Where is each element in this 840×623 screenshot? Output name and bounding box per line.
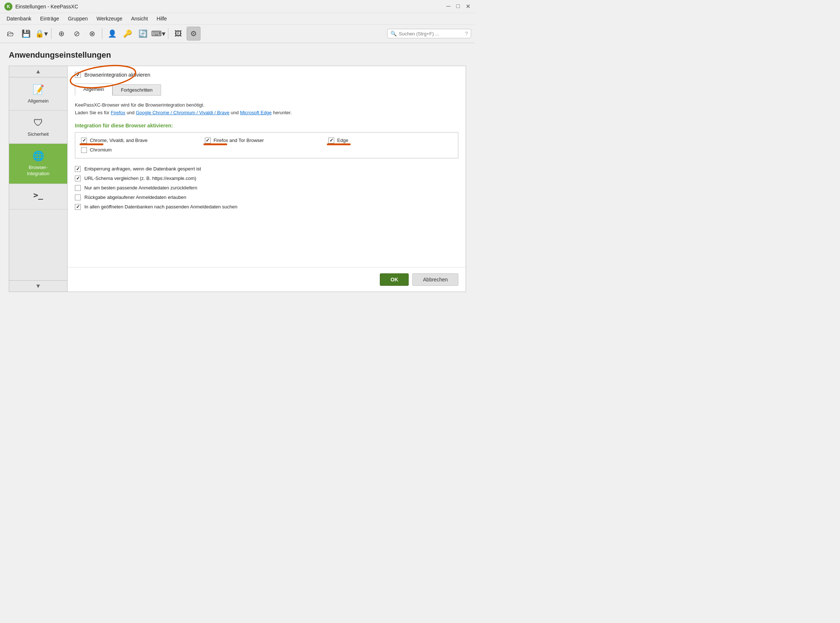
firefox-link[interactable]: Firefox bbox=[111, 110, 125, 115]
titlebar-controls[interactable]: ─ □ ✕ bbox=[446, 3, 471, 10]
sidebar-item-browser-integration[interactable]: 🌐 Browser-Integration bbox=[9, 144, 67, 184]
sidebar-scroll-up[interactable]: ▲ bbox=[9, 66, 67, 77]
search-icon: 🔍 bbox=[391, 31, 397, 37]
close-button[interactable]: ✕ bbox=[466, 3, 471, 10]
content-panel: Browserintegration aktivieren Allgemein … bbox=[68, 66, 466, 267]
option-label-0: Entsperrung anfragen, wenn die Datenbank… bbox=[85, 166, 201, 172]
browser-box: Chrome, Vivaldi, and Brave Firefox and T… bbox=[75, 132, 458, 158]
toolbar-settings[interactable]: ⚙ bbox=[187, 27, 200, 40]
toolbar-sep-2 bbox=[102, 28, 102, 39]
menu-werkzeuge[interactable]: Werkzeuge bbox=[93, 15, 126, 23]
toolbar-add-entry[interactable]: ⊕ bbox=[54, 27, 68, 40]
option-row-0: Entsperrung anfragen, wenn die Datenbank… bbox=[75, 164, 458, 174]
search-help-icon: ? bbox=[465, 31, 468, 37]
option-checkbox-3[interactable] bbox=[75, 195, 81, 200]
enable-browser-integration-checkbox[interactable] bbox=[75, 72, 81, 78]
toolbar: 🗁 💾 🔒▾ ⊕ ⊘ ⊗ 👤 🔑 🔄 ⌨▾ 🖼 ⚙ 🔍 ? bbox=[0, 25, 475, 43]
browser-integration-icon: 🌐 bbox=[32, 150, 44, 162]
chrome-checkbox[interactable] bbox=[81, 138, 87, 143]
dialog-buttons: OK Abbrechen bbox=[68, 267, 466, 292]
browser-row-chrome: Chrome, Vivaldi, and Brave bbox=[81, 138, 205, 143]
toolbar-delete-entry[interactable]: ⊗ bbox=[85, 27, 99, 40]
svg-rect-1 bbox=[80, 143, 103, 145]
ok-button[interactable]: OK bbox=[380, 273, 409, 286]
chrome-link[interactable]: Google Chrome / Chromium / Vivaldi / Bra… bbox=[136, 110, 229, 115]
titlebar-left: K Einstellungen - KeePassXC bbox=[5, 3, 78, 11]
toolbar-search[interactable]: 🔍 ? bbox=[387, 29, 471, 38]
chromium-checkbox[interactable] bbox=[81, 147, 87, 153]
option-checkbox-1[interactable] bbox=[75, 176, 81, 181]
toolbar-open-db[interactable]: 🗁 bbox=[4, 27, 17, 40]
sidebar-item-allgemein[interactable]: 📝 Allgemein bbox=[9, 77, 67, 110]
app-logo: K bbox=[5, 3, 12, 11]
options-list: Entsperrung anfragen, wenn die Datenbank… bbox=[75, 164, 458, 212]
menu-ansicht[interactable]: Ansicht bbox=[128, 15, 152, 23]
toolbar-lock-db[interactable]: 🔒▾ bbox=[34, 27, 48, 40]
allgemein-icon: 📝 bbox=[32, 84, 44, 95]
toolbar-screenshot[interactable]: 🖼 bbox=[171, 27, 185, 40]
section-label: Integration für diese Browser aktivieren… bbox=[75, 123, 458, 129]
browser-row-edge: Edge bbox=[328, 138, 452, 143]
enable-browser-integration-label: Browserintegration aktivieren bbox=[85, 72, 151, 78]
maximize-button[interactable]: □ bbox=[456, 3, 460, 10]
info-mid1: und bbox=[125, 110, 136, 115]
sidebar-item-allgemein-label: Allgemein bbox=[28, 98, 49, 104]
browser-row-firefox: Firefox and Tor Browser bbox=[205, 138, 329, 143]
svg-rect-2 bbox=[203, 143, 227, 145]
firefox-checkbox[interactable] bbox=[205, 138, 211, 143]
titlebar-title: Einstellungen - KeePassXC bbox=[15, 4, 78, 9]
sidebar-scroll-down[interactable]: ▼ bbox=[9, 280, 67, 292]
option-label-4: In allen geöffneten Datenbanken nach pas… bbox=[85, 204, 237, 210]
menu-gruppen[interactable]: Gruppen bbox=[64, 15, 91, 23]
toolbar-sep-3 bbox=[168, 28, 168, 39]
option-checkbox-2[interactable] bbox=[75, 185, 81, 191]
option-row-2: Nur am besten passende Anmeldedaten zurü… bbox=[75, 183, 458, 193]
sidebar-item-browser-label: Browser-Integration bbox=[27, 164, 49, 177]
option-label-2: Nur am besten passende Anmeldedaten zurü… bbox=[85, 185, 197, 190]
toolbar-keyboard[interactable]: ⌨▾ bbox=[151, 27, 165, 40]
titlebar: K Einstellungen - KeePassXC ─ □ ✕ bbox=[0, 0, 475, 13]
edge-checkbox[interactable] bbox=[328, 138, 334, 143]
chromium-label: Chromium bbox=[90, 147, 112, 153]
tab-allgemein[interactable]: Allgemein bbox=[75, 84, 112, 96]
chrome-label: Chrome, Vivaldi, and Brave bbox=[90, 138, 148, 143]
info-line2-prefix: Laden Sie es für bbox=[75, 110, 111, 115]
sicherheit-icon: 🛡 bbox=[34, 117, 43, 129]
edge-label: Edge bbox=[337, 138, 348, 143]
info-suffix: herunter. bbox=[272, 110, 292, 115]
toolbar-sep-1 bbox=[51, 28, 51, 39]
search-input[interactable] bbox=[399, 31, 463, 37]
content-area: Browserintegration aktivieren Allgemein … bbox=[68, 66, 466, 292]
option-row-3: Rückgabe abgelaufener Anmeldedaten erlau… bbox=[75, 193, 458, 202]
cancel-button[interactable]: Abbrechen bbox=[412, 273, 458, 286]
settings-layout: ▲ 📝 Allgemein 🛡 Sicherheit 🌐 Browser-Int… bbox=[9, 66, 466, 292]
toolbar-keygen[interactable]: 🔑 bbox=[120, 27, 134, 40]
page-title: Anwendungseinstellungen bbox=[9, 51, 466, 60]
menu-eintraege[interactable]: Einträge bbox=[37, 15, 63, 23]
sidebar: ▲ 📝 Allgemein 🛡 Sicherheit 🌐 Browser-Int… bbox=[9, 66, 68, 292]
info-line1: KeePassXC-Browser wird für die Browserin… bbox=[75, 102, 205, 107]
sidebar-item-sicherheit[interactable]: 🛡 Sicherheit bbox=[9, 110, 67, 144]
menubar: Datenbank Einträge Gruppen Werkzeuge Ans… bbox=[0, 13, 475, 25]
terminal-icon: >_ bbox=[33, 190, 43, 199]
tabs: Allgemein Fortgeschritten bbox=[75, 84, 458, 96]
minimize-button[interactable]: ─ bbox=[446, 3, 450, 10]
toolbar-autotype[interactable]: 👤 bbox=[105, 27, 119, 40]
tab-fortgeschritten[interactable]: Fortgeschritten bbox=[112, 84, 161, 96]
info-text: KeePassXC-Browser wird für die Browserin… bbox=[75, 101, 458, 117]
enable-row: Browserintegration aktivieren bbox=[75, 72, 458, 78]
info-mid2: und bbox=[229, 110, 240, 115]
option-row-4: In allen geöffneten Datenbanken nach pas… bbox=[75, 202, 458, 212]
edge-link[interactable]: Microsoft Edge bbox=[240, 110, 272, 115]
option-checkbox-0[interactable] bbox=[75, 166, 81, 172]
browser-row-chromium: Chromium bbox=[81, 147, 205, 153]
toolbar-save-db[interactable]: 💾 bbox=[19, 27, 33, 40]
toolbar-sync[interactable]: 🔄 bbox=[136, 27, 150, 40]
option-label-1: URL-Schema vergleichen (z. B. https://ex… bbox=[85, 176, 196, 181]
sidebar-item-terminal[interactable]: >_ bbox=[9, 184, 67, 210]
menu-datenbank[interactable]: Datenbank bbox=[3, 15, 35, 23]
menu-hilfe[interactable]: Hilfe bbox=[153, 15, 171, 23]
option-checkbox-4[interactable] bbox=[75, 204, 81, 210]
toolbar-edit-entry[interactable]: ⊘ bbox=[70, 27, 84, 40]
svg-rect-3 bbox=[327, 143, 351, 145]
